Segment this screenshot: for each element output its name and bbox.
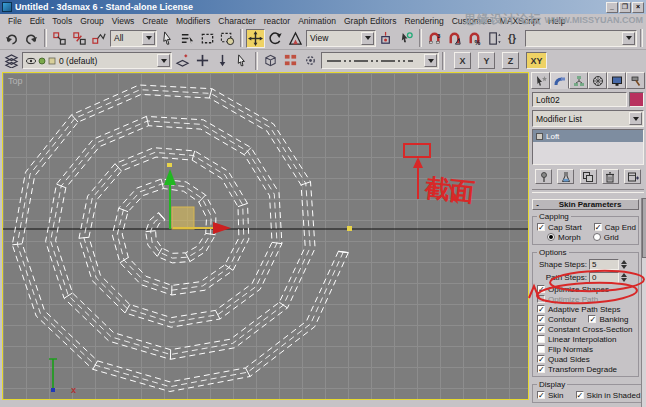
dropdown-arrow-icon[interactable]	[622, 32, 635, 45]
menu-group[interactable]: Group	[76, 16, 108, 26]
select-and-manipulate-icon[interactable]	[397, 29, 416, 48]
spinner-snap-icon[interactable]	[485, 29, 504, 48]
checkbox-linear-interpolation[interactable]: ✓	[537, 335, 545, 343]
tab-utilities[interactable]	[626, 72, 645, 89]
dropdown-arrow-icon[interactable]	[629, 112, 642, 125]
rectangular-selection-region-icon[interactable]	[198, 29, 217, 48]
box-mode-icon[interactable]	[261, 51, 280, 70]
tab-display[interactable]	[607, 72, 626, 89]
restrict-xy-plane-button[interactable]: XY	[526, 52, 547, 69]
checkbox-quad-sides[interactable]: ✓	[537, 355, 545, 363]
layer-manager-icon[interactable]	[2, 51, 21, 70]
restrict-x-button[interactable]: X	[454, 52, 471, 69]
select-and-rotate-icon[interactable]	[266, 29, 285, 48]
window-crossing-icon[interactable]	[218, 29, 237, 48]
undo-icon[interactable]	[2, 29, 21, 48]
use-pivot-center-icon[interactable]	[377, 29, 396, 48]
modifier-stack[interactable]: Loft	[532, 129, 644, 165]
menu-rendering[interactable]: Rendering	[400, 16, 447, 26]
dropdown-arrow-icon[interactable]	[142, 32, 155, 45]
menu-edit[interactable]: Edit	[26, 16, 49, 26]
checkbox-constant-cross-section[interactable]: ✓	[537, 325, 545, 333]
checkbox-optimize-shapes[interactable]: ✓	[537, 285, 545, 293]
radio-morph[interactable]	[547, 233, 555, 241]
skin-parameters-rollout-header[interactable]: - Skin Parameters	[532, 199, 639, 210]
set-current-layer-icon[interactable]	[233, 51, 252, 70]
select-and-move-icon[interactable]	[246, 29, 265, 48]
menu-modifiers[interactable]: Modifiers	[172, 16, 214, 26]
checkbox-banking[interactable]: ✓	[588, 315, 596, 323]
percent-snap-icon[interactable]: %	[465, 29, 484, 48]
radio-grid[interactable]	[593, 233, 601, 241]
menu-animation[interactable]: Animation	[294, 16, 340, 26]
dropdown-arrow-icon[interactable]	[157, 54, 170, 67]
menu-reactor[interactable]: reactor	[260, 16, 294, 26]
extras-gear-icon[interactable]	[301, 51, 320, 70]
scrollbar-thumb[interactable]	[642, 198, 646, 258]
checkbox-transform-degrade[interactable]: ✓	[537, 365, 545, 373]
tab-motion[interactable]	[588, 72, 607, 89]
object-color-swatch[interactable]	[629, 92, 644, 107]
current-layer-dropdown[interactable]: 0 (default)	[22, 52, 172, 69]
redo-icon[interactable]	[22, 29, 41, 48]
stack-item-loft[interactable]: Loft	[533, 130, 643, 142]
unlink-selection-icon[interactable]	[70, 29, 89, 48]
object-name-field[interactable]: Loft02	[532, 92, 627, 107]
menu-file[interactable]: File	[4, 16, 26, 26]
spinner-value-path-steps-[interactable]: 0	[589, 272, 619, 283]
menu-help[interactable]: Help	[544, 16, 569, 26]
panel-scrollbar[interactable]	[641, 198, 646, 407]
checkbox-cap-start[interactable]: ✓	[537, 223, 545, 231]
create-new-layer-icon[interactable]	[173, 51, 192, 70]
checkbox-adaptive-path-steps[interactable]: ✓	[537, 305, 545, 313]
maximize-button[interactable]: ❐	[619, 2, 631, 13]
spinner-arrows[interactable]	[621, 270, 627, 285]
checkbox-flip-normals[interactable]: ✓	[537, 345, 545, 353]
checkbox-skin[interactable]: ✓	[537, 391, 545, 399]
menu-maxscript[interactable]: MAXScript	[496, 16, 544, 26]
add-selection-to-layer-icon[interactable]	[193, 51, 212, 70]
select-and-scale-icon[interactable]	[286, 29, 305, 48]
tab-modify[interactable]	[550, 72, 569, 89]
named-selection-sets-icon[interactable]: {}	[505, 29, 524, 48]
dropdown-arrow-icon[interactable]	[424, 54, 437, 67]
selection-filter-dropdown[interactable]: All	[110, 30, 157, 47]
minimize-button[interactable]: _	[606, 2, 618, 13]
configure-modifier-sets-icon[interactable]	[624, 169, 641, 184]
checkbox-contour[interactable]: ✓	[537, 315, 545, 323]
spinner-value-shape-steps-[interactable]: 5	[589, 259, 619, 270]
menu-views[interactable]: Views	[108, 16, 139, 26]
make-unique-icon[interactable]	[580, 169, 597, 184]
restrict-z-button[interactable]: Z	[502, 52, 519, 69]
reference-coordinate-dropdown[interactable]: View	[306, 30, 376, 47]
select-objects-in-layer-icon[interactable]	[213, 51, 232, 70]
viewport-label[interactable]: Top	[8, 76, 23, 86]
schematic-view-icon[interactable]	[281, 51, 300, 70]
dropdown-arrow-icon[interactable]	[361, 32, 374, 45]
menu-customize[interactable]: Customize	[448, 16, 496, 26]
collapse-icon[interactable]: -	[533, 200, 542, 209]
checkbox-skin-in-shaded[interactable]: ✓	[576, 391, 584, 399]
select-object-icon[interactable]	[158, 29, 177, 48]
show-end-result-icon[interactable]	[557, 169, 574, 184]
snap-toggle-3d-icon[interactable]: 3	[425, 29, 444, 48]
menu-character[interactable]: Character	[214, 16, 259, 26]
menu-tools[interactable]: Tools	[48, 16, 76, 26]
close-button[interactable]: ×	[632, 2, 644, 13]
named-selection-dropdown[interactable]	[525, 30, 637, 47]
remove-modifier-icon[interactable]	[602, 169, 619, 184]
bind-to-spacewarp-icon[interactable]	[90, 29, 109, 48]
viewport-canvas[interactable]: x	[3, 73, 528, 399]
pin-stack-icon[interactable]	[535, 169, 552, 184]
modifier-list-dropdown[interactable]: Modifier List	[532, 110, 644, 127]
menu-create[interactable]: Create	[138, 16, 172, 26]
angle-snap-icon[interactable]	[445, 29, 464, 48]
checkbox-cap-end[interactable]: ✓	[594, 223, 602, 231]
line-type-dropdown[interactable]	[321, 52, 439, 69]
tab-create[interactable]	[531, 72, 550, 89]
top-viewport[interactable]: Top x	[2, 72, 529, 400]
restrict-y-button[interactable]: Y	[478, 52, 495, 69]
menu-graph-editors[interactable]: Graph Editors	[340, 16, 400, 26]
select-by-name-icon[interactable]	[178, 29, 197, 48]
tab-hierarchy[interactable]	[569, 72, 588, 89]
